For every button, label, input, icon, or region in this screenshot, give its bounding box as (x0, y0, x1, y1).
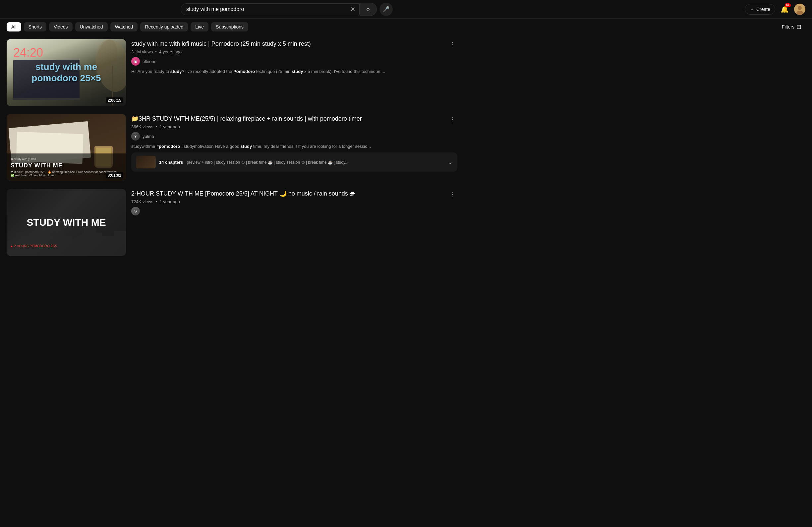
video-description: Hi! Are you ready to study? I've recentl… (131, 68, 458, 75)
thumb-main-title: STUDY WITH ME (13, 217, 120, 228)
thumb-timer: 24:20 (13, 46, 43, 60)
avatar[interactable] (794, 4, 806, 15)
svg-point-1 (798, 6, 802, 10)
keyword-study: study (240, 144, 252, 149)
video-thumbnail[interactable]: ✿ study with yulma STUDY WITH ME ❤ 3 hou… (6, 114, 126, 181)
clear-icon: ✕ (350, 6, 355, 13)
search-submit-button[interactable]: ⌕ (360, 3, 377, 16)
video-meta: 724K views • 1 year ago (131, 199, 458, 204)
filters-button[interactable]: Filters ⊟ (778, 21, 806, 32)
tab-unwatched[interactable]: Unwatched (75, 22, 108, 31)
view-count: 724K views (131, 199, 153, 204)
video-title[interactable]: 📁3HR STUDY WITH ME(25/5) | relaxing fire… (131, 115, 458, 123)
chapters-expand-icon[interactable]: ⌄ (448, 158, 453, 166)
video-age: 1 year ago (159, 199, 180, 204)
header-right: ＋ Create 🔔 9+ (745, 4, 806, 15)
video-result: 24:20 study with mepomodoro 25×5 2:00:15… (6, 39, 458, 106)
more-options-button[interactable]: ⋮ (448, 189, 458, 200)
video-meta: 366K views • 1 year ago (131, 124, 458, 129)
video-info: study with me with lofi music | Pomodoro… (131, 39, 458, 106)
view-count: 3.1M views (131, 49, 153, 54)
keyword-study: study (170, 69, 182, 74)
chapters-section[interactable]: 14 chapters preview + intro | study sess… (131, 152, 458, 172)
duration-badge: 2:00:15 (106, 98, 123, 103)
mic-icon: 🎤 (383, 6, 389, 12)
keyword-study2: study (292, 69, 303, 74)
keyword-pomodoro: Pomodoro (233, 69, 255, 74)
more-options-button[interactable]: ⋮ (448, 39, 458, 50)
create-button[interactable]: ＋ Create (745, 4, 775, 15)
thumb-main-title: STUDY WITH ME (11, 162, 122, 169)
more-options-button[interactable]: ⋮ (448, 114, 458, 125)
video-info: 📁3HR STUDY WITH ME(25/5) | relaxing fire… (131, 114, 458, 181)
tab-recently-uploaded[interactable]: Recently uploaded (140, 22, 188, 31)
video-title[interactable]: 2-HOUR STUDY WITH ME [Pomodoro 25/5] AT … (131, 190, 458, 198)
filter-tabs: All Shorts Videos Unwatched Watched Rece… (0, 18, 812, 35)
video-age: 1 year ago (159, 124, 180, 129)
video-description: studywithme #pomodoro #studymotivation H… (131, 143, 458, 150)
channel-avatar[interactable]: S (131, 207, 140, 216)
search-icon: ⌕ (366, 6, 370, 13)
thumb-badge: ● 2 HOURS POMODORO 25/5 (11, 244, 57, 248)
search-input-wrapper: ✕ (180, 3, 360, 15)
video-info: 2-HOUR STUDY WITH ME [Pomodoro 25/5] AT … (131, 189, 458, 256)
channel-name[interactable]: yulma (143, 134, 154, 139)
search-bar: ✕ ⌕ 🎤 (180, 3, 393, 16)
plus-icon: ＋ (750, 6, 754, 12)
channel-avatar[interactable]: E (131, 57, 140, 65)
video-result: STUDY WITH ME ● 2 HOURS POMODORO 25/5 2-… (6, 189, 458, 256)
create-label: Create (756, 6, 770, 12)
tab-shorts[interactable]: Shorts (24, 22, 46, 31)
tab-subscriptions[interactable]: Subscriptions (211, 22, 248, 31)
tab-live[interactable]: Live (191, 22, 208, 31)
search-input[interactable] (181, 4, 346, 15)
header: ✕ ⌕ 🎤 ＋ Create 🔔 9+ (0, 0, 812, 18)
video-meta: 3.1M views • 4 years ago (131, 49, 458, 54)
channel-row: Y yulma (131, 132, 458, 141)
chapters-text: 14 chapters preview + intro | study sess… (159, 159, 445, 165)
chapters-list: preview + intro | study session ① | brea… (187, 160, 348, 165)
view-count: 366K views (131, 124, 153, 129)
notification-badge: 9+ (785, 3, 791, 7)
video-result: ✿ study with yulma STUDY WITH ME ❤ 3 hou… (6, 114, 458, 181)
video-thumbnail[interactable]: 24:20 study with mepomodoro 25×5 2:00:15 (6, 39, 126, 106)
video-thumbnail[interactable]: STUDY WITH ME ● 2 HOURS POMODORO 25/5 (6, 189, 126, 256)
channel-row: S (131, 207, 458, 216)
duration-badge: 3:01:02 (106, 172, 123, 178)
tab-videos[interactable]: Videos (49, 22, 73, 31)
keyword-pomodoro: #pomodoro (157, 144, 180, 149)
search-clear-button[interactable]: ✕ (346, 4, 359, 15)
main-content: 24:20 study with mepomodoro 25×5 2:00:15… (0, 35, 464, 268)
thumb-title-text: study with mepomodoro 25×5 (13, 61, 120, 84)
filters-label: Filters (782, 24, 795, 29)
filters-icon: ⊟ (796, 23, 801, 30)
chapters-count: 14 chapters (159, 160, 183, 165)
notifications-button[interactable]: 🔔 9+ (779, 4, 790, 15)
chapter-thumbnail (136, 156, 156, 169)
thumb-tag: ✿ study with yulma (11, 158, 122, 161)
video-age: 4 years ago (159, 49, 182, 54)
channel-avatar[interactable]: Y (131, 132, 140, 141)
thumb-subtitle: ❤ 3 hour • pomodoro 25/5 🔥 relaxing fire… (11, 170, 122, 177)
search-mic-button[interactable]: 🎤 (379, 3, 393, 16)
channel-name[interactable]: elleene (143, 59, 157, 64)
tab-all[interactable]: All (6, 22, 21, 31)
channel-row: E elleene (131, 57, 458, 65)
video-title[interactable]: study with me with lofi music | Pomodoro… (131, 40, 458, 48)
tab-watched[interactable]: Watched (110, 22, 138, 31)
